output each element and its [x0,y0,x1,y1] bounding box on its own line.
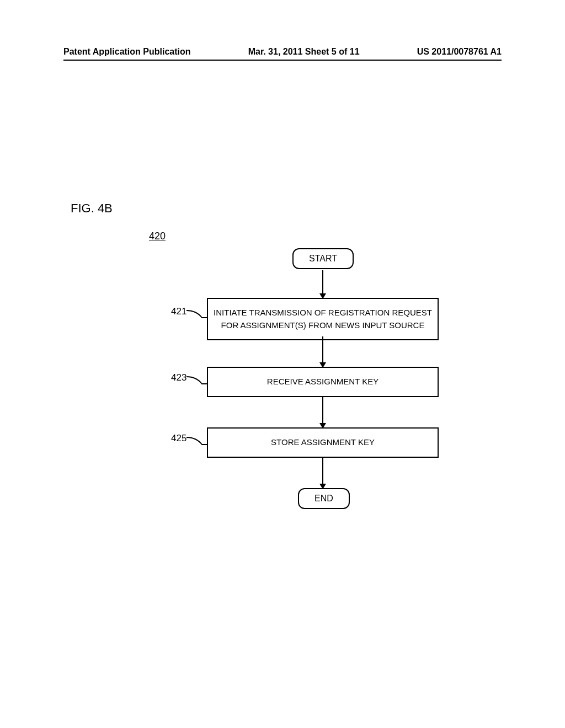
step-421-box: INITIATE TRANSMISSION OF REGISTRATION RE… [207,298,439,340]
header-divider [63,60,502,61]
step-423-text: RECEIVE ASSIGNMENT KEY [267,377,379,386]
connector-line [186,435,209,448]
step-421-reference: 421 [171,306,186,317]
figure-reference-number: 420 [149,231,166,242]
start-terminal: START [292,248,354,269]
figure-label: FIG. 4B [71,201,113,216]
header-right: US 2011/0078761 A1 [417,47,502,57]
end-terminal: END [298,488,350,509]
header-left: Patent Application Publication [63,47,191,57]
step-423-box: RECEIVE ASSIGNMENT KEY [207,367,439,397]
page-header: Patent Application Publication Mar. 31, … [63,47,502,59]
end-label: END [315,494,333,503]
header-center: Mar. 31, 2011 Sheet 5 of 11 [248,47,360,57]
step-421-text-line2: FOR ASSIGNMENT(S) FROM NEWS INPUT SOURCE [214,319,432,332]
step-421-text-line1: INITIATE TRANSMISSION OF REGISTRATION RE… [214,307,432,319]
connector-line [186,374,209,388]
connector-line [186,308,209,322]
step-423-reference: 423 [171,372,186,383]
step-425-reference: 425 [171,433,186,444]
step-425-box: STORE ASSIGNMENT KEY [207,427,439,458]
start-label: START [309,254,337,263]
step-425-text: STORE ASSIGNMENT KEY [271,437,375,447]
